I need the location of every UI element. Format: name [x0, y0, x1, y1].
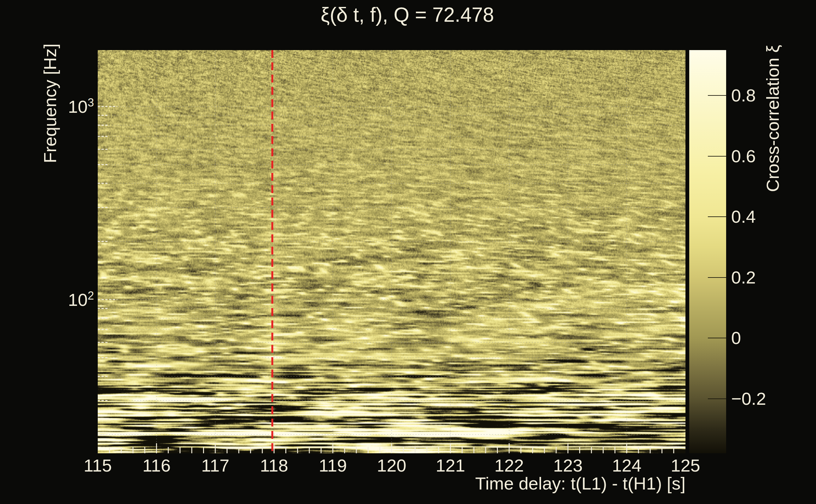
- x-tick-label: 124: [612, 456, 641, 475]
- colorbar-tick: [708, 277, 726, 278]
- colorbar: [689, 50, 726, 453]
- x-tick-label: 120: [377, 456, 406, 475]
- colorbar-tick-label: −0.2: [731, 389, 766, 408]
- x-tick-label: 125: [671, 456, 700, 475]
- plot-overlay: [98, 50, 686, 453]
- colorbar-tick: [708, 398, 726, 399]
- colorbar-tick-label: 0.6: [731, 147, 756, 166]
- colorbar-tick-label: 0.8: [731, 86, 756, 105]
- colorbar-tick: [708, 156, 726, 157]
- x-tick-label: 121: [436, 456, 465, 475]
- x-tick-label: 119: [319, 456, 347, 475]
- colorbar-tick-label: 0: [731, 329, 741, 347]
- x-tick-label: 116: [142, 456, 170, 475]
- x-tick-label: 115: [83, 456, 112, 475]
- colorbar-tick: [708, 216, 726, 217]
- colorbar-tick: [708, 338, 726, 338]
- colorbar-title: Cross-correlation ξ: [762, 45, 783, 192]
- plot-title: ξ(δ t, f), Q = 72.478: [321, 3, 494, 26]
- figure-root: ξ(δ t, f), Q = 72.478 Frequency [Hz] 103…: [0, 0, 816, 504]
- y-tick-label: 103: [47, 93, 94, 116]
- colorbar-tick: [708, 95, 726, 96]
- heatmap-plot: [98, 50, 686, 453]
- colorbar-tick-label: 0.4: [731, 207, 756, 226]
- y-tick-label: 102: [47, 286, 94, 309]
- x-tick-label: 123: [553, 456, 582, 475]
- colorbar-tick-label: 0.2: [731, 268, 756, 287]
- x-tick-label: 122: [494, 456, 524, 475]
- x-axis-title: Time delay: t(L1) - t(H1) [s]: [370, 473, 686, 494]
- x-tick-label: 118: [260, 456, 288, 475]
- x-tick-label: 117: [201, 456, 229, 475]
